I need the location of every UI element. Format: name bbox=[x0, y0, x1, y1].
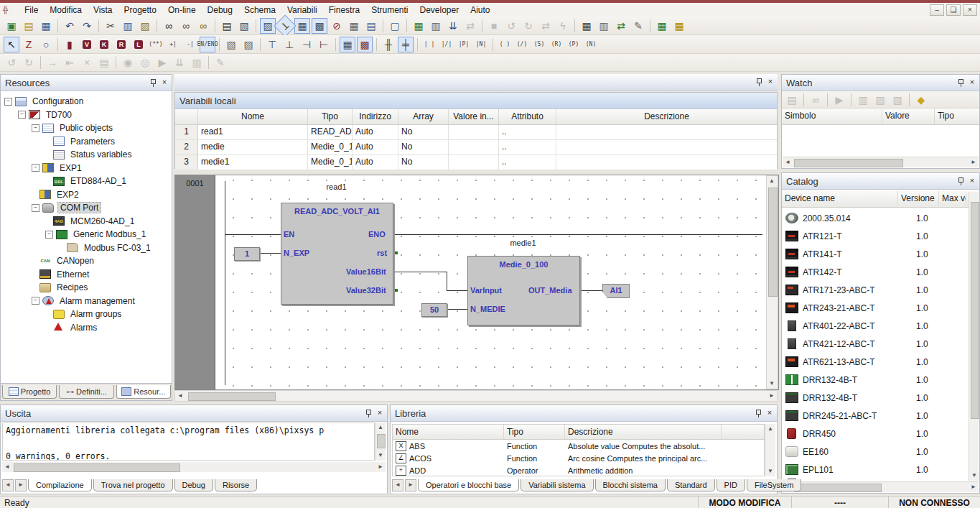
insert-variable-icon[interactable]: V bbox=[79, 37, 95, 52]
insert-comment-icon[interactable]: (**) bbox=[148, 37, 164, 52]
select-mode-icon[interactable]: ↖ bbox=[4, 37, 19, 52]
restore-button[interactable]: ❏ bbox=[946, 4, 961, 16]
catalog-row[interactable]: DRR132-4B-T1.0 bbox=[783, 389, 969, 407]
catalog-row-partial[interactable] bbox=[783, 479, 969, 481]
scroll-up-arrow[interactable]: ▲ bbox=[765, 424, 775, 434]
object-list-icon[interactable]: ▨ bbox=[241, 37, 256, 52]
align-left-icon[interactable]: ⊣ bbox=[299, 37, 314, 52]
object-browser-icon[interactable]: ▤ bbox=[363, 18, 379, 34]
col-tipo[interactable]: Tipo bbox=[308, 109, 353, 124]
save-project-icon[interactable]: ▦ bbox=[38, 18, 54, 34]
catalog-row[interactable]: ATR243-21-ABC-T1.0 bbox=[783, 299, 969, 317]
insert-coil-positive-icon[interactable]: (P) bbox=[566, 37, 582, 52]
insert-return-icon[interactable]: R bbox=[113, 37, 129, 52]
library-row[interactable]: + ADD Operator Arithmetic addition bbox=[393, 464, 764, 476]
insert-label-icon[interactable]: L bbox=[131, 37, 146, 52]
insert-contact-negative-icon[interactable]: |N| bbox=[473, 37, 489, 52]
download-code-icon[interactable]: ⇊ bbox=[445, 18, 461, 34]
pin-value16bit[interactable]: Value16Bit bbox=[346, 267, 386, 276]
tab-progetto[interactable]: Progetto bbox=[2, 385, 57, 399]
minimize-button[interactable]: – bbox=[930, 4, 944, 16]
col-simbolo[interactable]: Simbolo bbox=[782, 108, 882, 124]
tree-item-modbus-fc03[interactable]: Modbus FC-03_1 bbox=[1, 241, 171, 255]
pin-nexp[interactable]: N_EXP bbox=[284, 249, 309, 257]
scroll-right-arrow[interactable]: ► bbox=[375, 462, 386, 472]
pin-en[interactable]: EN bbox=[284, 230, 294, 239]
horizontal-spacing-icon[interactable]: ╫ bbox=[381, 37, 396, 52]
insert-coil-set-icon[interactable]: (S) bbox=[531, 37, 547, 52]
scroll-thumb[interactable] bbox=[377, 434, 386, 448]
insert-contact-icon[interactable]: | | bbox=[421, 37, 437, 52]
catalog-row[interactable]: DRR245-21-ABC-T1.0 bbox=[783, 407, 969, 425]
menu-file[interactable]: File bbox=[19, 4, 44, 17]
tree-item-configuration[interactable]: −Configuration bbox=[1, 95, 171, 108]
fbd-horizontal-scrollbar[interactable]: ◄ ► bbox=[174, 390, 778, 402]
tab-debug[interactable]: Debug bbox=[174, 479, 213, 491]
new-schema-icon[interactable]: ▣ bbox=[4, 18, 19, 34]
object-properties-icon[interactable]: ▧ bbox=[223, 37, 239, 52]
scroll-up-arrow[interactable]: ▲ bbox=[767, 176, 777, 186]
tree-item-parameters[interactable]: Parameters bbox=[1, 135, 171, 149]
tree-item-alarms[interactable]: Alarms bbox=[1, 321, 171, 335]
view-grid-icon[interactable]: ▦ bbox=[340, 37, 355, 52]
tree-item-td700[interactable]: −TD700 bbox=[1, 108, 171, 122]
pin-icon[interactable] bbox=[957, 78, 965, 87]
library-row[interactable]: X ABS Function Absolute value Computes t… bbox=[393, 440, 764, 452]
watch-clear-icon[interactable]: ◆ bbox=[913, 92, 929, 108]
copy-icon[interactable]: ▥ bbox=[120, 18, 136, 34]
print-preview-icon[interactable]: ▧ bbox=[236, 18, 252, 34]
pin-eno[interactable]: ENO bbox=[368, 230, 386, 239]
catalog-row[interactable]: DRR4501.0 bbox=[783, 425, 969, 443]
build-icon[interactable]: T bbox=[274, 14, 296, 37]
output-variable-tag[interactable]: AI1 bbox=[602, 284, 630, 298]
pin-icon[interactable] bbox=[755, 409, 762, 417]
scroll-thumb[interactable] bbox=[768, 188, 778, 297]
undo-icon[interactable]: ↶ bbox=[62, 18, 78, 34]
catalog-row[interactable]: ATR621-13-ABC-T1.0 bbox=[783, 353, 969, 371]
tree-item-exp1[interactable]: −EXP1 bbox=[1, 162, 171, 175]
col-tipo[interactable]: Tipo bbox=[504, 425, 565, 439]
logic-analyzer-icon[interactable]: ▦ bbox=[671, 18, 687, 34]
col-tipo[interactable]: Tipo bbox=[935, 108, 979, 124]
scroll-thumb[interactable] bbox=[971, 202, 979, 419]
scroll-thumb[interactable] bbox=[188, 392, 276, 401]
fbd-vertical-scrollbar[interactable]: ▲ ▼ bbox=[766, 175, 778, 389]
catalog-row[interactable]: EE1601.0 bbox=[783, 443, 969, 461]
print-icon[interactable]: ▤ bbox=[219, 18, 235, 34]
scroll-right-arrow[interactable]: ► bbox=[969, 482, 979, 492]
close-icon[interactable]: × bbox=[968, 177, 976, 185]
scroll-down-arrow[interactable]: ▼ bbox=[969, 471, 979, 481]
scroll-left-arrow[interactable]: ◄ bbox=[2, 462, 12, 472]
snap-to-grid-icon[interactable]: ▩ bbox=[357, 37, 373, 52]
tree-item-etd884[interactable]: BBLETD884-AD_1 bbox=[1, 175, 171, 188]
library-row[interactable]: ∠ ACOS Function Arc cosine Computes the … bbox=[393, 452, 764, 464]
pin-value32bit[interactable]: Value32Bit bbox=[346, 286, 386, 295]
local-variable-row[interactable]: 3 medie1 Medie_0_100 Auto No .. bbox=[175, 155, 777, 170]
remove-input-pin-icon[interactable]: -| bbox=[182, 37, 198, 52]
tab-variabili-sistema[interactable]: Variabili sistema bbox=[521, 479, 593, 491]
paste-icon[interactable]: ▨ bbox=[137, 18, 153, 34]
find-icon[interactable]: ∞ bbox=[161, 18, 177, 34]
pin-icon[interactable] bbox=[957, 177, 965, 185]
local-variable-row[interactable]: 2 medie Medie_0_100 Auto No .. bbox=[175, 140, 777, 155]
copy-object-icon[interactable]: ▥ bbox=[596, 18, 612, 34]
tab-filesystem[interactable]: FileSystem bbox=[747, 479, 801, 491]
close-icon[interactable]: × bbox=[765, 409, 774, 417]
tab-compilazione[interactable]: Compilazione bbox=[28, 479, 92, 491]
library-vertical-scrollbar[interactable]: ▲ ▼ bbox=[765, 424, 775, 476]
toggle-en-eno-icon[interactable]: EN/ENO bbox=[200, 37, 215, 52]
insert-coil-reset-icon[interactable]: (R) bbox=[549, 37, 564, 52]
col-nome[interactable]: Nome bbox=[393, 425, 504, 439]
io-configuration-icon[interactable]: ▦ bbox=[346, 18, 362, 34]
insert-coil-negative-icon[interactable]: (N) bbox=[583, 37, 599, 52]
scroll-right-arrow[interactable]: ► bbox=[767, 391, 777, 401]
watch-horizontal-scrollbar[interactable]: ◄ ► bbox=[783, 157, 979, 167]
col-valore[interactable]: Valore bbox=[882, 108, 935, 124]
insert-constant-icon[interactable]: K bbox=[96, 37, 112, 52]
menu-finestra[interactable]: Finestra bbox=[323, 4, 365, 17]
tab-scroll-left[interactable]: ◄ bbox=[2, 479, 14, 491]
tree-item-mcm260[interactable]: 4ADMCM260-4AD_1 bbox=[1, 215, 171, 228]
insert-coil-icon[interactable]: ( ) bbox=[497, 37, 513, 52]
fbd-editor[interactable]: 0001 read1 READ_ADC_VOLT_AI1 EN N_EXP EN… bbox=[174, 175, 779, 390]
col-valore[interactable]: Valore in... bbox=[449, 109, 499, 124]
